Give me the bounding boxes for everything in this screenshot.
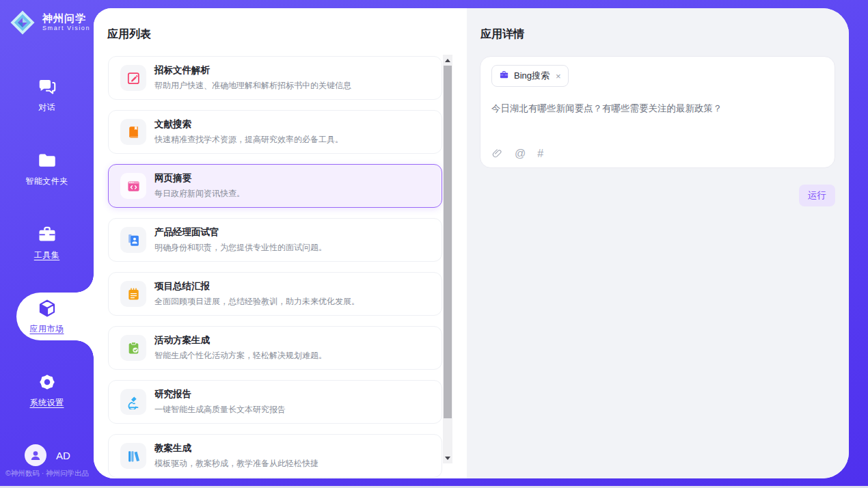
user-name: AD [56, 450, 70, 461]
list-item-4[interactable]: 产品经理面试官明确身份和职责，为您提供专业性的面试问题。 [108, 218, 442, 262]
briefcase-icon [499, 70, 509, 83]
folder-icon [37, 150, 57, 171]
cube-icon [37, 298, 57, 318]
scroll-up-button[interactable] [443, 55, 452, 66]
list-item-5[interactable]: 项目总结汇报全面回顾项目进展，总结经验教训，助力未来优化发展。 [108, 272, 442, 316]
app-desc: 智能生成个性化活动方案，轻松解决规划难题。 [154, 350, 327, 362]
app-name: 研究报告 [154, 388, 286, 401]
sidebar-item-toolbox[interactable]: 工具集 [0, 219, 94, 267]
list-item-3[interactable]: 网页摘要每日政府新闻资讯快查。 [108, 164, 442, 208]
app-desc: 帮助用户快速、准确地理解和解析招标书中的关键信息 [154, 80, 351, 92]
interviewer-icon [120, 227, 146, 253]
app-name: 教案生成 [154, 442, 318, 455]
tool-chip-label: Bing搜索 [514, 70, 550, 82]
notepad-icon [120, 281, 146, 307]
attachment-icon[interactable] [491, 148, 503, 159]
brand-title: 神州问学 [42, 13, 90, 25]
sidebar-item-label: 对话 [38, 102, 55, 113]
arrow-up-icon [445, 59, 450, 62]
brand-diamond-icon [8, 8, 37, 37]
list-item-6[interactable]: 活动方案生成智能生成个性化活动方案，轻松解决规划难题。 [108, 326, 442, 370]
scrollbar[interactable] [443, 55, 452, 463]
user-account[interactable]: AD [25, 444, 70, 466]
app-detail-panel: 应用详情 Bing搜索 × 今日湖北有哪些新闻要点？有哪些需要关注的最新政策？ … [467, 8, 849, 478]
app-name: 文献搜索 [154, 118, 343, 131]
app-desc: 一键智能生成高质量长文本研究报告 [154, 404, 286, 416]
app-list: 招标文件解析帮助用户快速、准确地理解和解析招标书中的关键信息文献搜索快速精准查找… [108, 56, 442, 478]
chip-close-icon[interactable]: × [556, 72, 561, 81]
list-item-7[interactable]: 研究报告一键智能生成高质量长文本研究报告 [108, 380, 442, 424]
gear-icon [37, 372, 57, 392]
editor-toolbar: @ # [491, 148, 543, 159]
query-text: 今日湖北有哪些新闻要点？有哪些需要关注的最新政策？ [491, 102, 819, 116]
clipboard-check-icon [120, 335, 146, 361]
tool-chip-bing-search[interactable]: Bing搜索 × [491, 65, 569, 87]
app-desc: 全面回顾项目进展，总结经验教训，助力未来优化发展。 [154, 296, 360, 308]
chat-icon [37, 77, 57, 97]
sidebar-item-folder[interactable]: 智能文件夹 [0, 145, 94, 193]
list-item-1[interactable]: 招标文件解析帮助用户快速、准确地理解和解析招标书中的关键信息 [108, 56, 442, 100]
app-name: 招标文件解析 [154, 64, 351, 77]
app-name: 活动方案生成 [154, 334, 327, 347]
sidebar-item-label: 应用市场 [30, 323, 64, 335]
scroll-down-button[interactable] [443, 452, 452, 463]
brand-logo: 神州问学 Smart Vision [8, 8, 90, 37]
edit-doc-icon [120, 65, 146, 91]
app-window: { "brand": { "title": "神州问学", "subtitle"… [0, 0, 868, 488]
browser-code-icon [120, 173, 146, 199]
main-content: 应用列表 招标文件解析帮助用户快速、准确地理解和解析招标书中的关键信息文献搜索快… [94, 8, 849, 478]
hashtag-icon[interactable]: # [537, 148, 543, 159]
microscope-icon [120, 389, 146, 415]
sidebar-item-label: 工具集 [34, 249, 60, 261]
arrow-down-icon [445, 457, 450, 460]
app-list-title: 应用列表 [107, 27, 151, 42]
run-button[interactable]: 运行 [799, 185, 835, 206]
app-list-panel: 应用列表 招标文件解析帮助用户快速、准确地理解和解析招标书中的关键信息文献搜索快… [94, 8, 467, 478]
prompt-editor[interactable]: Bing搜索 × 今日湖北有哪些新闻要点？有哪些需要关注的最新政策？ @ # [480, 56, 835, 168]
sidebar-item-gear[interactable]: 系统设置 [0, 366, 94, 414]
sidebar-item-cube[interactable]: 应用市场 [0, 293, 94, 340]
sidebar-item-label: 智能文件夹 [25, 176, 68, 187]
app-desc: 模板驱动，教案秒成，教学准备从此轻松快捷 [154, 458, 318, 470]
sidebar: 神州问学 Smart Vision 对话智能文件夹工具集应用市场系统设置 AD … [0, 0, 94, 488]
list-item-2[interactable]: 文献搜索快速精准查找学术资源，提高研究效率的必备工具。 [108, 110, 442, 154]
sidebar-item-label: 系统设置 [30, 397, 64, 409]
avatar [25, 444, 46, 466]
sidebar-item-chat[interactable]: 对话 [0, 71, 94, 119]
books-icon [120, 443, 146, 469]
app-name: 网页摘要 [154, 172, 245, 185]
toolbox-icon [37, 224, 57, 245]
app-desc: 明确身份和职责，为您提供专业性的面试问题。 [154, 242, 327, 254]
list-item-8[interactable]: 教案生成模板驱动，教案秒成，教学准备从此轻松快捷 [108, 434, 442, 478]
sidebar-nav: 对话智能文件夹工具集应用市场系统设置 [0, 71, 94, 440]
brand-subtitle: Smart Vision [42, 25, 90, 32]
app-desc: 每日政府新闻资讯快查。 [154, 188, 245, 200]
app-desc: 快速精准查找学术资源，提高研究效率的必备工具。 [154, 134, 343, 146]
app-name: 项目总结汇报 [154, 280, 360, 293]
scrollbar-thumb[interactable] [444, 66, 452, 418]
book-icon [120, 119, 146, 145]
copyright: ©神州数码 · 神州问学出品 [5, 469, 89, 478]
app-detail-title: 应用详情 [480, 27, 524, 42]
mention-icon[interactable]: @ [515, 148, 526, 159]
app-name: 产品经理面试官 [154, 226, 327, 239]
